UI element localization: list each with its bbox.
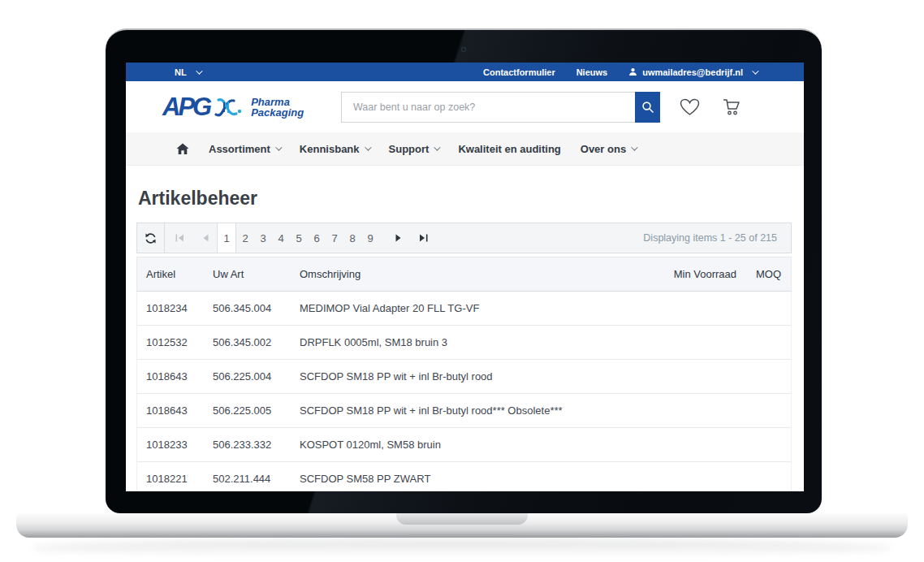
dna-helix-icon [213,94,248,120]
table-row[interactable]: 1012532 506.345.002 DRPFLK 0005ml, SM18 … [136,326,792,360]
table-row[interactable]: 1018221 502.211.444 SCFDOP SM58 PP ZWART [136,462,792,491]
nav-label: Support [389,143,430,155]
table-row[interactable]: 1018643 506.225.004 SCFDOP SM18 PP wit +… [136,360,792,394]
cell-omschrijving: KOSPOT 0120ml, SM58 bruin [300,439,647,451]
language-label: NL [175,67,187,77]
cart-button[interactable] [722,97,741,117]
table-header-row: Artikel Uw Art Omschrijving Min Voorraad… [136,257,792,292]
column-header-moq[interactable]: MOQ [736,268,791,280]
nav-item-support[interactable]: Support [389,143,439,155]
cart-icon [722,97,741,117]
last-page-button[interactable] [410,223,436,253]
nav-label: Kennisbank [300,143,360,155]
cell-omschrijving: SCFDOP SM58 PP ZWART [300,473,647,485]
page-number-8[interactable]: 8 [343,223,361,253]
top-utility-bar: NL Contactformulier Nieuws uwmailadres@b… [126,63,804,81]
laptop-bezel: NL Contactformulier Nieuws uwmailadres@b… [106,28,822,513]
table-row[interactable]: 1018234 506.345.004 MEDIMOP Vial Adapter… [136,292,792,326]
news-link[interactable]: Nieuws [576,67,608,77]
chevron-down-icon [752,67,758,74]
page-number-1[interactable]: 1 [217,223,236,253]
chevron-down-icon [275,144,282,150]
wishlist-button[interactable] [680,98,700,116]
pagination-status: Displaying items 1 - 25 of 215 [643,223,791,253]
last-page-icon [419,234,428,242]
next-page-button[interactable] [386,223,410,253]
heart-icon [680,98,700,116]
cell-uw-art: 506.345.002 [213,336,300,348]
column-header-uw-art[interactable]: Uw Art [213,268,300,280]
page-number-4[interactable]: 4 [272,223,290,253]
cell-artikel: 1018221 [137,473,213,485]
prev-page-icon [203,234,209,242]
cell-uw-art: 506.225.005 [213,404,300,417]
table-row[interactable]: 1018643 506.225.005 SCFDOP SM18 PP wit +… [136,394,792,428]
nav-home[interactable] [176,143,189,155]
webcam-dot [461,47,466,52]
laptop-base [16,513,908,538]
page-number-7[interactable]: 7 [326,223,343,253]
column-header-artikel[interactable]: Artikel [137,268,213,280]
cell-artikel: 1018234 [137,302,213,314]
nav-label: Kwaliteit en auditing [458,143,560,155]
pagination-bar: 1 2 3 4 5 6 7 8 9 [136,223,792,253]
chevron-down-icon [631,144,637,150]
cell-omschrijving: DRPFLK 0005ml, SM18 bruin 3 [300,336,647,348]
nav-label: Assortiment [209,143,270,155]
nav-item-kwaliteit[interactable]: Kwaliteit en auditing [458,143,560,155]
cell-artikel: 1018233 [137,439,213,451]
table-row[interactable]: 1018233 506.233.332 KOSPOT 0120ml, SM58 … [136,428,792,462]
column-header-omschrijving[interactable]: Omschrijving [300,268,647,280]
search-bar [341,92,660,123]
cell-omschrijving: MEDIMOP Vial Adapter 20 FLL TG-VF [300,302,647,314]
account-email-label: uwmailadres@bedrijf.nl [642,67,743,77]
column-header-min-voorraad[interactable]: Min Voorraad [647,268,736,280]
laptop-reflection [32,539,892,557]
nav-item-assortiment[interactable]: Assortiment [209,143,280,155]
page-number-9[interactable]: 9 [361,223,379,253]
cell-artikel: 1018643 [137,404,213,417]
browser-viewport: NL Contactformulier Nieuws uwmailadres@b… [126,63,804,491]
first-page-button[interactable] [165,223,195,253]
page-title: Artikelbeheer [138,188,792,210]
search-icon [641,101,654,114]
page-number-2[interactable]: 2 [236,223,254,253]
cell-artikel: 1018643 [137,370,213,383]
cell-artikel: 1012532 [137,336,213,348]
language-selector[interactable]: NL [175,67,201,77]
user-icon [628,67,637,76]
logo-subtitle: Pharma Packaging [251,97,304,118]
cell-omschrijving: SCFDOP SM18 PP wit + inl Br-butyl rood**… [300,404,647,417]
first-page-icon [175,234,184,242]
main-navigation: Assortiment Kennisbank Support Kwaliteit… [126,132,804,166]
logo-line2: Packaging [251,106,304,119]
page-number-5[interactable]: 5 [290,223,308,253]
page-number-6[interactable]: 6 [308,223,326,253]
search-button[interactable] [635,92,660,123]
nav-item-kennisbank[interactable]: Kennisbank [300,143,369,155]
chevron-down-icon [196,67,202,74]
refresh-button[interactable] [137,223,165,253]
nav-label: Over ons [581,143,626,155]
site-header: APG Pharma Packaging [126,81,804,132]
chevron-down-icon [434,144,441,150]
home-icon [176,143,189,155]
prev-page-button[interactable] [195,223,217,253]
cell-omschrijving: SCFDOP SM18 PP wit + inl Br-butyl rood [300,370,647,383]
cell-uw-art: 506.345.004 [213,302,300,314]
account-menu[interactable]: uwmailadres@bedrijf.nl [628,67,757,77]
laptop-lid-notch [396,513,528,525]
nav-item-over-ons[interactable]: Over ons [581,143,636,155]
logo-acronym: APG [162,94,209,119]
cell-uw-art: 502.211.444 [213,473,300,485]
refresh-icon [145,232,157,244]
contact-link[interactable]: Contactformulier [483,67,555,77]
search-input[interactable] [341,92,635,123]
page-content: Artikelbeheer [126,188,804,491]
company-logo[interactable]: APG Pharma Packaging [162,94,325,120]
page-number-3[interactable]: 3 [254,223,272,253]
cell-uw-art: 506.233.332 [213,439,300,451]
next-page-icon [395,234,401,242]
cell-uw-art: 506.225.004 [213,370,300,383]
chevron-down-icon [365,144,371,150]
